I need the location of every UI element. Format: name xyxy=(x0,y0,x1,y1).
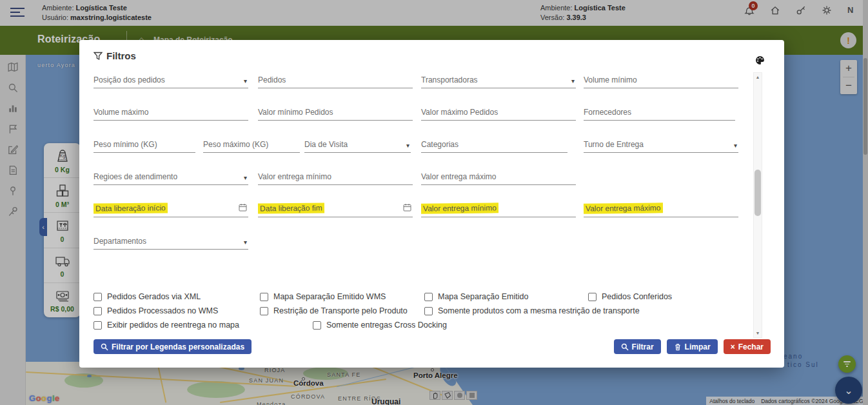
highlighted-field-label: Data liberação início xyxy=(94,202,168,213)
checkbox-reentrega-mapa[interactable]: Exibir pedidos de reentrega no mapa xyxy=(94,321,239,330)
checkbox[interactable] xyxy=(424,307,433,315)
checkbox-mapa-separacao-wms[interactable]: Mapa Separação Emitido WMS xyxy=(260,292,386,301)
checkbox-mapa-separacao-emitido[interactable]: Mapa Separação Emitido xyxy=(424,292,528,301)
field-valor-entrega-maximo-2[interactable]: Valor entrega máximo xyxy=(584,199,738,217)
checkbox-label: Somente produtos com a mesma restrição d… xyxy=(438,306,640,315)
funnel-icon xyxy=(94,52,103,61)
checkbox-label: Pedidos Conferidos xyxy=(602,292,672,301)
field-label: Volume mínimo xyxy=(584,75,637,84)
search-icon xyxy=(101,343,108,351)
field-posicao-dos-pedidos[interactable]: Posição dos pedidos ▾ xyxy=(94,70,248,88)
checkbox-cross-docking[interactable]: Somente entregas Cross Docking xyxy=(313,321,447,330)
palette-icon[interactable] xyxy=(755,55,765,68)
checkbox[interactable] xyxy=(588,293,597,301)
highlighted-field-label: Valor entrega mínimo xyxy=(421,202,498,213)
field-pedidos[interactable]: Pedidos xyxy=(258,70,413,88)
highlighted-field-label: Valor entrega máximo xyxy=(584,202,663,213)
checkbox-label: Pedidos Gerados via XML xyxy=(107,292,201,301)
field-data-liberacao-inicio[interactable]: Data liberação início xyxy=(94,199,248,217)
checkbox-label: Somente entregas Cross Docking xyxy=(326,321,447,330)
field-valor-entrega-maximo[interactable]: Valor entrega máximo xyxy=(421,167,576,185)
checkbox-label: Pedidos Processados no WMS xyxy=(107,306,218,315)
checkbox-pedidos-conferidos[interactable]: Pedidos Conferidos xyxy=(588,292,672,301)
checkbox[interactable] xyxy=(313,321,321,330)
field-categorias[interactable]: Categorias xyxy=(421,135,567,153)
chevron-down-icon: ▾ xyxy=(244,239,247,246)
checkbox-pedidos-xml[interactable]: Pedidos Gerados via XML xyxy=(94,292,201,301)
highlighted-field-label: Data liberação fim xyxy=(258,202,324,213)
checkbox-mesma-restricao[interactable]: Somente produtos com a mesma restrição d… xyxy=(424,306,640,315)
field-data-liberacao-fim[interactable]: Data liberação fim xyxy=(258,199,413,217)
calendar-icon[interactable] xyxy=(403,202,411,214)
field-transportadoras[interactable]: Transportadoras ▾ xyxy=(421,70,576,88)
checkbox-restricao-transporte[interactable]: Restrição de Transporte pelo Produto xyxy=(260,306,408,315)
checkbox[interactable] xyxy=(94,293,102,301)
chevron-down-icon: ▾ xyxy=(244,77,247,84)
filter-by-legends-button[interactable]: Filtrar por Legendas personalizadas xyxy=(94,339,252,354)
fechar-button[interactable]: × Fechar xyxy=(724,339,771,354)
checkbox[interactable] xyxy=(260,307,268,315)
field-label: Peso máximo (KG) xyxy=(203,140,268,149)
scroll-down-arrow[interactable]: ▼ xyxy=(754,331,762,335)
field-label: Transportadoras xyxy=(421,75,478,84)
chevron-down-icon: ▾ xyxy=(734,142,737,149)
search-icon xyxy=(621,343,629,351)
filtrar-button[interactable]: Filtrar xyxy=(614,339,661,354)
field-volume-maximo[interactable]: Volume máximo xyxy=(94,103,248,121)
field-label: Dia de Visita xyxy=(304,140,348,149)
field-departamentos[interactable]: Departamentos ▾ xyxy=(94,232,248,250)
chevron-down-icon: ▾ xyxy=(244,174,247,181)
close-icon: × xyxy=(731,342,735,351)
checkbox-label: Restrição de Transporte pelo Produto xyxy=(273,306,408,315)
field-label: Turno de Entrega xyxy=(584,140,644,149)
field-peso-minimo[interactable]: Peso mínimo (KG) xyxy=(94,135,195,153)
field-valor-entrega-minimo-2[interactable]: Valor entrega mínimo xyxy=(421,199,576,217)
scroll-thumb[interactable] xyxy=(755,170,761,216)
field-label: Valor máximo Pedidos xyxy=(421,108,498,117)
field-fornecedores[interactable]: Fornecedores xyxy=(584,103,735,121)
calendar-icon[interactable] xyxy=(239,202,247,214)
checkbox-label: Mapa Separação Emitido xyxy=(438,292,528,301)
checkbox-label: Exibir pedidos de reentrega no mapa xyxy=(107,321,239,330)
limpar-button[interactable]: Limpar xyxy=(667,339,718,354)
field-label: Pedidos xyxy=(258,75,286,84)
chevron-down-icon: ▾ xyxy=(571,77,575,84)
field-label: Posição dos pedidos xyxy=(94,75,165,84)
field-turno-de-entrega[interactable]: Turno de Entrega ▾ xyxy=(584,135,738,153)
field-label: Valor entrega mínimo xyxy=(258,172,331,181)
checkbox[interactable] xyxy=(260,293,268,301)
checkbox[interactable] xyxy=(94,307,102,315)
app-window: Ambiente: Logística Teste Usuário: maxst… xyxy=(0,0,868,405)
field-valor-maximo-pedidos[interactable]: Valor máximo Pedidos xyxy=(421,103,576,121)
modal-title: Filtros xyxy=(94,50,136,61)
checkbox-pedidos-processados-wms[interactable]: Pedidos Processados no WMS xyxy=(94,306,218,315)
field-label: Valor mínimo Pedidos xyxy=(258,108,333,117)
field-label: Volume máximo xyxy=(94,108,148,117)
scroll-up-arrow[interactable]: ▲ xyxy=(754,75,762,79)
field-valor-minimo-pedidos[interactable]: Valor mínimo Pedidos xyxy=(258,103,413,121)
modal-scrollbar[interactable]: ▲ ▼ xyxy=(753,72,762,338)
chevron-down-icon: ▾ xyxy=(406,142,409,149)
field-label: Valor entrega máximo xyxy=(421,172,497,181)
checkbox-label: Mapa Separação Emitido WMS xyxy=(273,292,386,301)
field-label: Regioes de atendimento xyxy=(94,172,177,181)
field-label: Peso mínimo (KG) xyxy=(94,140,157,149)
field-volume-minimo[interactable]: Volume mínimo xyxy=(584,70,738,88)
field-label: Departamentos xyxy=(94,237,146,246)
checkbox[interactable] xyxy=(424,293,433,301)
field-label: Categorias xyxy=(421,140,459,149)
field-valor-entrega-minimo[interactable]: Valor entrega mínimo xyxy=(258,167,413,185)
field-dia-de-visita[interactable]: Dia de Visita ▾ xyxy=(304,135,411,153)
field-label: Fornecedores xyxy=(584,108,631,117)
filters-modal: Filtros ▲ ▼ Posição dos pedidos ▾ Pedido… xyxy=(79,40,784,368)
field-peso-maximo[interactable]: Peso máximo (KG) xyxy=(203,135,300,153)
checkbox[interactable] xyxy=(94,321,102,330)
trash-icon xyxy=(674,343,682,351)
field-regioes-atendimento[interactable]: Regioes de atendimento ▾ xyxy=(94,167,248,185)
